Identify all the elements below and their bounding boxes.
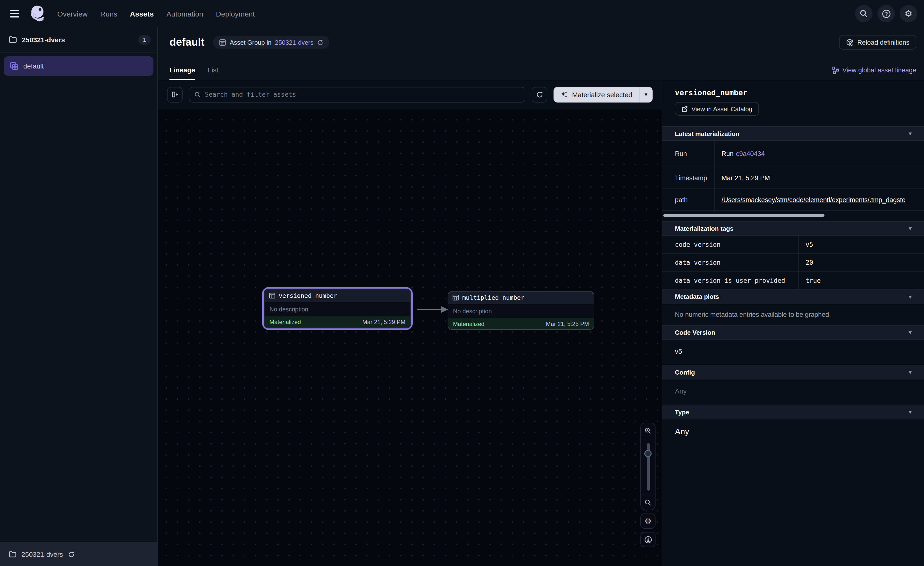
- node-timestamp: Mar 21, 5:25 PM: [546, 321, 589, 327]
- latest-materialization-table: Run Run c9a40434 Timestamp Mar 21, 5:29 …: [662, 141, 924, 211]
- materialize-dropdown-caret[interactable]: ▼: [639, 87, 652, 102]
- badge-text: Asset Group in: [230, 39, 272, 46]
- zoom-out-button[interactable]: [641, 495, 655, 510]
- search-button[interactable]: [855, 5, 873, 23]
- view-global-asset-lineage-label: View global asset lineage: [842, 66, 916, 74]
- table-row: data_version_is_user_provided true: [662, 272, 924, 289]
- table-row: code_version v5: [662, 236, 924, 254]
- section-title: Latest materialization: [675, 130, 740, 137]
- page-header: default Asset Group in 250321-dvers: [158, 27, 924, 80]
- section-metadata-plots[interactable]: Metadata plots ▼: [662, 289, 924, 304]
- node-title: multiplied_number: [462, 294, 524, 301]
- path-link[interactable]: /Users/smackesey/stm/code/elementl/exper…: [722, 196, 906, 203]
- node-status-badge: Materialized: [270, 318, 301, 325]
- graph-settings-button[interactable]: ⚙: [640, 513, 656, 528]
- panel-toggle-icon: [171, 91, 178, 98]
- sidebar-item-default[interactable]: default: [4, 56, 153, 76]
- table-row: path /Users/smackesey/stm/code/elementl/…: [662, 189, 924, 211]
- reload-definitions-icon: [846, 38, 854, 46]
- nav-item-runs[interactable]: Runs: [100, 9, 117, 18]
- asset-detail-panel: versioned_number View in Asset Catalog L…: [662, 80, 924, 566]
- asset-node-versioned-number[interactable]: versioned_number No description Material…: [265, 289, 410, 327]
- lineage-graph-icon: [832, 66, 839, 74]
- reload-definitions-label: Reload definitions: [857, 39, 909, 46]
- help-button[interactable]: ?: [878, 5, 895, 23]
- lineage-edge-arrow: [416, 305, 449, 314]
- reload-definitions-button[interactable]: Reload definitions: [839, 35, 916, 50]
- nav-item-overview[interactable]: Overview: [57, 9, 88, 18]
- sidebar: 250321-dvers 1 default: [0, 27, 158, 566]
- dagster-logo[interactable]: [28, 4, 48, 23]
- tab-lineage[interactable]: Lineage: [170, 66, 195, 80]
- table-row: Run Run c9a40434: [662, 141, 924, 167]
- refresh-icon: [536, 91, 543, 98]
- table-icon: [453, 294, 459, 301]
- page-title: default: [170, 36, 204, 48]
- section-code-version[interactable]: Code Version ▼: [662, 325, 924, 340]
- run-id-link[interactable]: c9a40434: [736, 150, 765, 157]
- section-caret-icon[interactable]: ▼: [908, 330, 913, 335]
- nav-item-deployment[interactable]: Deployment: [216, 9, 255, 18]
- top-nav: Overview Runs Assets Automation Deployme…: [0, 0, 924, 27]
- chevron-down-icon: ▼: [644, 92, 648, 97]
- horizontal-scrollbar-thumb[interactable]: [663, 214, 825, 217]
- node-status-badge: Materialized: [453, 321, 484, 327]
- type-value: Any: [662, 419, 924, 447]
- asset-node-multiplied-number[interactable]: multiplied_number No description Materia…: [448, 292, 594, 330]
- tag-value: v5: [798, 236, 924, 253]
- search-input[interactable]: [205, 91, 520, 98]
- refresh-icon[interactable]: [317, 39, 323, 45]
- tag-key: code_version: [662, 236, 798, 253]
- code-location-name: 250321-dvers: [21, 550, 63, 558]
- section-caret-icon[interactable]: ▼: [908, 131, 913, 137]
- refresh-icon[interactable]: [68, 551, 75, 557]
- node-title: versioned_number: [279, 292, 337, 299]
- download-image-button[interactable]: [640, 532, 656, 547]
- tag-value: 20: [798, 254, 924, 271]
- section-caret-icon[interactable]: ▼: [908, 226, 913, 231]
- asset-group-icon: [219, 39, 226, 46]
- zoom-in-button[interactable]: [641, 423, 655, 438]
- table-icon: [269, 292, 275, 299]
- refresh-graph-button[interactable]: [532, 87, 548, 102]
- node-timestamp: Mar 21, 5:29 PM: [363, 318, 405, 325]
- zoom-slider[interactable]: [641, 438, 655, 495]
- run-value-prefix: Run: [722, 150, 734, 157]
- section-caret-icon[interactable]: ▼: [908, 409, 913, 415]
- sidebar-item-label: default: [23, 62, 44, 70]
- zoom-slider-thumb[interactable]: [644, 450, 652, 457]
- section-caret-icon[interactable]: ▼: [908, 369, 913, 375]
- asset-detail-title: versioned_number: [675, 89, 924, 97]
- section-title: Config: [675, 369, 695, 376]
- section-type[interactable]: Type ▼: [662, 405, 924, 419]
- panel-toggle-button[interactable]: [167, 87, 183, 102]
- tab-list[interactable]: List: [208, 66, 219, 80]
- view-global-asset-lineage-link[interactable]: View global asset lineage: [832, 66, 916, 80]
- sidebar-group-row[interactable]: 250321-dvers 1: [0, 27, 158, 53]
- section-caret-icon[interactable]: ▼: [908, 294, 913, 300]
- row-label: path: [662, 189, 714, 210]
- materialize-selected-button[interactable]: Materialize selected ▼: [554, 87, 652, 102]
- section-materialization-tags[interactable]: Materialization tags ▼: [662, 221, 924, 236]
- section-latest-materialization[interactable]: Latest materialization ▼: [662, 126, 924, 141]
- materialize-sparkle-icon: [561, 90, 568, 98]
- timestamp-value: Mar 21, 5:29 PM: [722, 174, 770, 181]
- section-config[interactable]: Config ▼: [662, 365, 924, 379]
- nav-item-automation[interactable]: Automation: [166, 9, 204, 18]
- view-in-asset-catalog-button[interactable]: View in Asset Catalog: [675, 102, 759, 116]
- row-label: Timestamp: [662, 167, 714, 188]
- node-description: No description: [265, 302, 410, 316]
- section-title: Materialization tags: [675, 225, 734, 232]
- lineage-canvas[interactable]: versioned_number No description Material…: [158, 109, 662, 566]
- sidebar-footer: 250321-dvers: [0, 542, 158, 566]
- section-title: Code Version: [675, 329, 715, 336]
- zoom-in-icon: [644, 427, 652, 434]
- settings-button[interactable]: ⚙: [900, 5, 917, 23]
- settings-gear-icon: ⚙: [904, 9, 912, 18]
- badge-group-link[interactable]: 250321-dvers: [275, 39, 314, 46]
- nav-item-assets[interactable]: Assets: [130, 9, 154, 18]
- tag-key: data_version_is_user_provided: [662, 272, 798, 289]
- table-row: Timestamp Mar 21, 5:29 PM: [662, 167, 924, 189]
- hamburger-menu-icon[interactable]: [9, 6, 23, 21]
- search-icon: [860, 9, 868, 18]
